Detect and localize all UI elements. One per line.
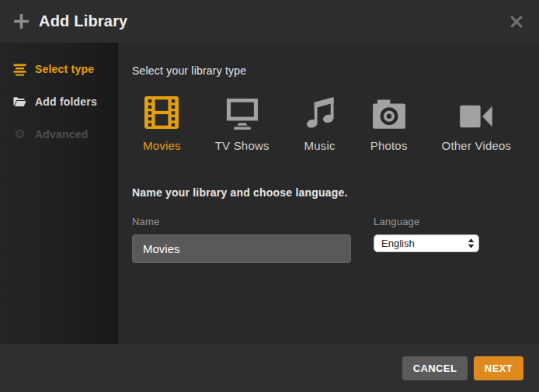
- library-type-grid: Movies TV Shows: [143, 95, 539, 152]
- type-option-tv-shows[interactable]: TV Shows: [215, 95, 270, 152]
- sidebar-item-advanced[interactable]: ⚙ Advanced: [0, 118, 118, 151]
- type-option-music[interactable]: Music: [304, 95, 336, 152]
- cancel-button[interactable]: CANCEL: [402, 356, 468, 380]
- select-arrows-icon: [467, 238, 475, 249]
- gear-icon: ⚙: [13, 128, 26, 141]
- video-camera-icon: [459, 95, 493, 130]
- tv-monitor-icon: [224, 95, 260, 130]
- dialog-footer: CANCEL NEXT: [0, 344, 539, 392]
- language-field-group: Language English: [374, 216, 479, 263]
- wizard-steps-sidebar: Select type Add folders ⚙ Advanced: [0, 43, 118, 344]
- plus-icon: [14, 14, 29, 29]
- language-select-value: English: [381, 238, 467, 249]
- camera-icon: [372, 95, 406, 130]
- type-option-label: Other Videos: [442, 139, 512, 152]
- main-panel: Select your library type: [118, 43, 539, 344]
- type-list-icon: [13, 63, 26, 76]
- name-language-row: Name Language English: [132, 216, 539, 263]
- name-section-title: Name your library and choose language.: [132, 186, 539, 199]
- name-field-group: Name: [132, 216, 351, 263]
- sidebar-item-label: Add folders: [35, 95, 97, 108]
- type-option-photos[interactable]: Photos: [370, 95, 408, 152]
- music-note-icon: [304, 95, 336, 130]
- sidebar-item-label: Select type: [35, 63, 94, 75]
- next-button[interactable]: NEXT: [474, 356, 523, 380]
- dialog-title: Add Library: [39, 12, 127, 30]
- type-option-movies[interactable]: Movies: [143, 95, 181, 152]
- type-option-label: TV Shows: [215, 139, 270, 152]
- language-select[interactable]: English: [374, 234, 479, 252]
- folder-open-icon: [13, 95, 26, 109]
- add-library-dialog: Add Library Select type: [0, 0, 539, 392]
- language-field-label: Language: [374, 216, 479, 227]
- film-strip-icon: [144, 95, 179, 130]
- name-field-label: Name: [132, 216, 351, 227]
- close-icon[interactable]: [509, 15, 523, 29]
- sidebar-item-select-type[interactable]: Select type: [0, 53, 118, 85]
- type-option-other-videos[interactable]: Other Videos: [442, 95, 512, 152]
- library-name-input[interactable]: [132, 234, 351, 263]
- sidebar-item-label: Advanced: [35, 128, 89, 140]
- type-option-label: Music: [304, 139, 336, 152]
- select-type-title: Select your library type: [132, 64, 539, 77]
- dialog-header: Add Library: [0, 0, 539, 43]
- type-option-label: Photos: [370, 139, 408, 152]
- sidebar-item-add-folders[interactable]: Add folders: [0, 85, 118, 118]
- dialog-body: Select type Add folders ⚙ Advanced: [0, 43, 539, 344]
- type-option-label: Movies: [143, 139, 181, 152]
